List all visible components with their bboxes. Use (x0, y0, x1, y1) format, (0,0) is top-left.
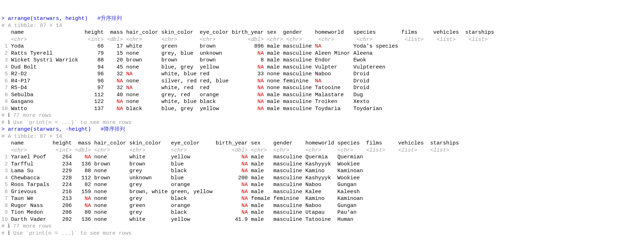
info-line: # ℹ Use `print(n = ...)` to see more row… (1, 120, 132, 126)
info-line: # ℹ Use `print(n = ...)` to see more row… (1, 230, 132, 236)
prompt: > (1, 16, 8, 22)
prompt: > (1, 126, 8, 132)
header-row: name height mass hair_color skin_color e… (1, 29, 494, 36)
r-code: arrange(starwars, height) (8, 16, 88, 22)
r-code: arrange(starwars, -height) (8, 126, 91, 132)
info-line: # ℹ 77 more rows (1, 113, 52, 119)
header-row: name height mass hair_color skin_color e… (1, 140, 459, 146)
data-rows: 1 Yarael Poof 264 NA none white yellow N… (1, 154, 372, 223)
comment: #升序排列 (97, 16, 122, 22)
tibble-info: # A tibble: 87 × 14 (1, 23, 62, 29)
info-line: # ℹ 77 more rows (1, 223, 52, 229)
console-output: > arrange(starwars, height) #升序排列 # A ti… (1, 15, 643, 237)
comment: #降序排列 (101, 126, 125, 132)
type-row: <chr> <int> <dbl> <chr> <chr> <chr> <dbl… (1, 37, 497, 43)
tibble-info: # A tibble: 87 × 14 (1, 133, 62, 140)
type-row: <chr> <int> <dbl> <chr> <chr> <chr> <dbl… (1, 147, 459, 153)
data-rows: 1 Yoda 66 17 white green brown 896 male … (1, 43, 408, 112)
